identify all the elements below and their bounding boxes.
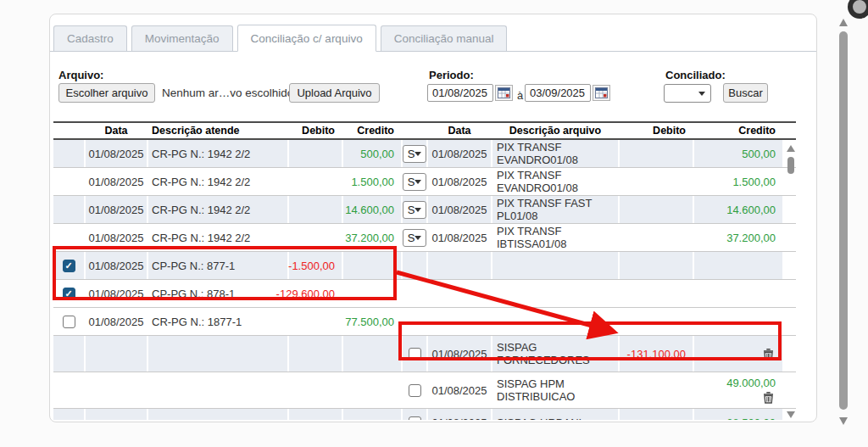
match-cell — [403, 252, 426, 279]
scroll-down-icon[interactable] — [839, 417, 848, 425]
row-match-select[interactable]: S — [403, 173, 427, 191]
left-desc-cell: CR-PG N.: 1942 2/2 — [148, 168, 287, 195]
header-desc-arquivo: Descrição arquivo — [492, 125, 618, 137]
date-from-input[interactable]: 01/08/2025 — [427, 84, 493, 102]
upload-file-button[interactable]: Upload Arquivo — [289, 83, 380, 103]
header-credito-right: Credito — [694, 125, 782, 137]
left-desc-cell: CR-PG N.: 1877-1 — [148, 308, 287, 335]
tab-movimentacao[interactable]: Movimentação — [131, 25, 233, 51]
tab-label: Conciliação c/ arquivo — [251, 32, 363, 45]
left-date-cell — [86, 372, 147, 408]
dropdown-arrow-icon — [415, 208, 421, 212]
right-date-cell: 01/08/2025 — [428, 140, 491, 167]
scroll-down-icon[interactable] — [787, 411, 795, 418]
left-credit-cell: 37.200,00 — [343, 224, 401, 251]
right-date-cell: 01/08/2025 — [428, 224, 491, 251]
table-row: ✓01/08/2025CP-PG N.: 877-1-1.500,00 — [53, 252, 796, 280]
scrollbar-thumb[interactable] — [787, 157, 794, 174]
left-desc-cell: CR-PG N.: 1942 2/2 — [148, 196, 287, 223]
table-scrollbar[interactable] — [786, 143, 796, 420]
dropdown-arrow-icon — [698, 92, 705, 96]
tab-conciliacao-manual[interactable]: Conciliação manual — [381, 25, 508, 51]
right-date-cell: 01/08/2025 — [428, 336, 491, 372]
right-desc-cell: PIX TRANSF IBTISSA01/08 — [492, 224, 618, 251]
scroll-up-icon[interactable] — [787, 145, 795, 152]
floating-button-partial[interactable] — [848, 0, 868, 19]
tab-conciliacao-arquivo[interactable]: Conciliação c/ arquivo — [237, 25, 376, 52]
tab-label: Cadastro — [67, 32, 114, 45]
left-debit-cell — [289, 224, 342, 251]
row-checkbox[interactable] — [63, 316, 75, 328]
left-debit-cell — [289, 168, 342, 195]
tab-cadastro[interactable]: Cadastro — [53, 25, 127, 51]
right-debit-cell — [620, 224, 693, 251]
dropdown-arrow-icon — [415, 236, 421, 240]
select-value: S — [408, 148, 415, 160]
match-cell — [403, 409, 426, 420]
right-desc-cell: PIX TRANSF EVANDRO01/08 — [492, 140, 618, 167]
right-date-cell: 01/08/2025 — [428, 168, 491, 195]
credit-value: 500,00 — [742, 148, 776, 160]
credit-value: 37.200,00 — [726, 232, 776, 244]
table-row: 01/08/2025CR-PG N.: 1942 2/21.500,00S01/… — [53, 168, 796, 196]
header-debito-left: Debito — [289, 125, 342, 137]
tab-label: Movimentação — [145, 32, 220, 45]
left-check-cell — [53, 336, 84, 372]
right-credit-cell — [694, 336, 782, 372]
conciliado-select[interactable] — [664, 84, 711, 103]
right-credit-cell — [694, 280, 782, 307]
reconciliation-table: Data Descrição atende Debito Credito Dat… — [53, 121, 796, 420]
row-match-select[interactable]: S — [403, 145, 427, 163]
row-checkbox[interactable] — [409, 416, 421, 421]
right-date-cell: 01/08/2025 — [428, 196, 491, 223]
left-check-cell: ✓ — [53, 280, 84, 307]
table-row: 01/08/2025CR-PG N.: 1942 2/237.200,00S01… — [53, 224, 796, 252]
row-match-select[interactable]: S — [403, 229, 427, 247]
right-desc-cell: SISPAG URBANI — [492, 409, 618, 420]
credit-value: 28.500,00 — [726, 416, 776, 421]
date-to-input[interactable]: 03/09/2025 — [525, 84, 591, 102]
table-header-row: Data Descrição atende Debito Credito Dat… — [53, 121, 796, 140]
left-date-cell: 01/08/2025 — [86, 280, 147, 307]
left-date-cell: 01/08/2025 — [86, 196, 147, 223]
row-checkbox[interactable] — [409, 384, 421, 397]
right-desc-cell: SISPAG FORNECEDORES — [492, 336, 618, 372]
right-debit-cell — [620, 308, 693, 335]
calendar-icon[interactable] — [593, 85, 610, 101]
calendar-icon — [498, 87, 510, 98]
right-debit-cell — [620, 196, 693, 223]
row-checkbox[interactable] — [409, 348, 421, 360]
match-cell — [403, 308, 426, 335]
left-date-cell: 01/08/2025 — [86, 224, 147, 251]
select-value: S — [408, 204, 415, 216]
right-desc-cell — [492, 280, 618, 307]
calendar-icon[interactable] — [495, 85, 513, 101]
scroll-up-icon[interactable] — [839, 19, 848, 26]
right-credit-cell — [694, 308, 782, 335]
right-debit-cell — [620, 140, 693, 167]
match-cell — [403, 336, 426, 372]
calendar-icon — [595, 87, 608, 98]
left-credit-cell — [343, 280, 401, 307]
row-checkbox[interactable]: ✓ — [63, 288, 75, 300]
left-check-cell — [53, 196, 84, 223]
left-debit-cell — [289, 140, 342, 167]
scrollbar-thumb[interactable] — [839, 31, 848, 410]
header-credito-left: Credito — [343, 125, 401, 137]
window-scrollbar[interactable] — [837, 0, 849, 447]
trash-icon[interactable] — [760, 390, 776, 405]
table-row: 01/08/2025CR-PG N.: 1942 2/214.600,00S01… — [53, 196, 796, 224]
left-credit-cell: 14.600,00 — [343, 196, 401, 223]
dropdown-arrow-icon — [415, 152, 421, 156]
row-checkbox[interactable]: ✓ — [63, 260, 75, 272]
right-desc-cell: PIX TRANSF EVANDRO01/08 — [492, 168, 618, 195]
match-cell: S — [403, 168, 426, 195]
right-debit-cell — [620, 280, 693, 307]
row-match-select[interactable]: S — [403, 201, 427, 219]
select-value: S — [408, 176, 415, 188]
choose-file-button[interactable]: Escolher arquivo — [58, 83, 155, 103]
trash-icon[interactable] — [760, 347, 776, 361]
reconciliation-panel: Cadastro Movimentação Conciliação c/ arq… — [49, 14, 817, 422]
search-button[interactable]: Buscar — [723, 83, 768, 103]
left-date-cell: 01/08/2025 — [86, 252, 147, 279]
